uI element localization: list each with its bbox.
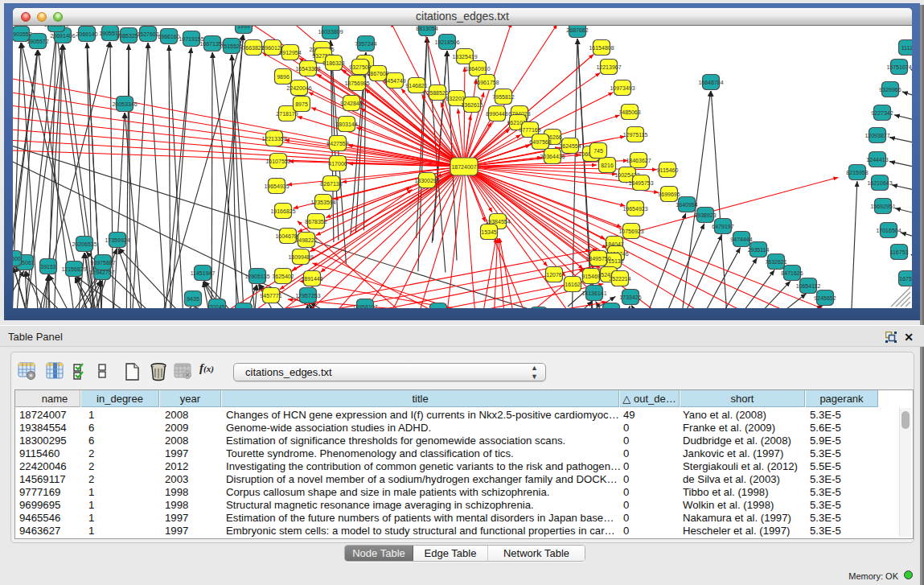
svg-text:20245: 20245 xyxy=(209,304,225,309)
svg-text:19654935: 19654935 xyxy=(264,183,289,189)
svg-text:15692951: 15692951 xyxy=(870,204,895,209)
svg-text:18495750: 18495750 xyxy=(585,256,610,262)
svg-text:417006: 417006 xyxy=(328,161,347,167)
svg-text:6497568: 6497568 xyxy=(529,139,551,145)
svg-text:2522214: 2522214 xyxy=(609,276,630,282)
svg-text:6966160: 6966160 xyxy=(158,34,179,39)
svg-text:16033809: 16033809 xyxy=(318,29,343,35)
svg-text:16210643: 16210643 xyxy=(867,180,892,186)
svg-text:915469: 915469 xyxy=(581,274,600,279)
svg-text:16154808: 16154808 xyxy=(589,45,614,51)
svg-text:18495753: 18495753 xyxy=(628,180,653,186)
svg-text:9329966: 9329966 xyxy=(879,87,901,93)
svg-text:20206535: 20206535 xyxy=(72,241,97,247)
svg-text:106: 106 xyxy=(239,308,248,309)
svg-text:19384554: 19384554 xyxy=(485,219,510,225)
svg-text:2588520: 2588520 xyxy=(426,90,448,96)
svg-text:10654112: 10654112 xyxy=(796,283,821,289)
svg-text:8990448: 8990448 xyxy=(486,111,507,117)
svg-text:12213359: 12213359 xyxy=(261,136,286,142)
svg-text:12353594: 12353594 xyxy=(310,200,335,205)
svg-text:16053809: 16053809 xyxy=(43,26,68,27)
svg-text:93975887: 93975887 xyxy=(90,260,115,266)
svg-text:9242848: 9242848 xyxy=(340,101,362,106)
svg-text:2867608: 2867608 xyxy=(367,71,388,76)
svg-text:3498222: 3498222 xyxy=(295,237,317,243)
svg-text:9245652: 9245652 xyxy=(814,295,836,301)
svg-text:1362615: 1362615 xyxy=(461,102,483,108)
svg-text:16782759: 16782759 xyxy=(425,308,450,309)
svg-text:12905135: 12905135 xyxy=(244,274,269,279)
svg-text:745: 745 xyxy=(593,148,603,154)
svg-text:15345: 15345 xyxy=(481,229,497,235)
svg-text:11451947: 11451947 xyxy=(191,270,216,276)
svg-text:19654923: 19654923 xyxy=(622,206,647,212)
svg-text:116753: 116753 xyxy=(890,249,909,255)
svg-text:16162: 16162 xyxy=(565,282,581,287)
svg-text:16648784: 16648784 xyxy=(698,80,723,85)
svg-text:6479197: 6479197 xyxy=(712,224,733,229)
svg-text:22420046: 22420046 xyxy=(286,85,311,91)
svg-text:12093877: 12093877 xyxy=(864,133,889,138)
svg-text:7515526: 7515526 xyxy=(220,43,242,49)
svg-text:9896: 9896 xyxy=(277,74,290,80)
svg-text:17016504: 17016504 xyxy=(876,228,901,233)
svg-text:9227342: 9227342 xyxy=(871,110,893,116)
svg-text:8216: 8216 xyxy=(601,163,614,168)
svg-text:2069140: 2069140 xyxy=(76,31,97,37)
svg-text:8267130: 8267130 xyxy=(320,181,342,187)
svg-text:7357244: 7357244 xyxy=(355,41,376,47)
svg-text:8975: 8975 xyxy=(295,101,308,107)
svg-text:18756985: 18756985 xyxy=(344,80,369,86)
svg-text:2935114: 2935114 xyxy=(748,247,770,253)
svg-text:3624554: 3624554 xyxy=(559,143,581,149)
svg-text:1733426: 1733426 xyxy=(619,295,641,300)
svg-text:14958107: 14958107 xyxy=(352,304,377,309)
svg-text:1112: 1112 xyxy=(901,45,912,51)
svg-text:16107552: 16107552 xyxy=(265,159,290,164)
svg-text:16961758: 16961758 xyxy=(474,80,499,85)
svg-text:1903557: 1903557 xyxy=(13,31,32,37)
svg-text:1999: 1999 xyxy=(237,26,250,29)
svg-text:17957253: 17957253 xyxy=(295,293,320,299)
svg-text:9457771: 9457771 xyxy=(260,293,281,299)
svg-text:9327508: 9327508 xyxy=(349,64,371,70)
svg-text:1891446: 1891446 xyxy=(301,276,322,282)
svg-text:8454749: 8454749 xyxy=(384,78,405,84)
svg-text:7955812: 7955812 xyxy=(492,94,514,100)
svg-text:8215958: 8215958 xyxy=(846,170,868,175)
svg-text:18463627: 18463627 xyxy=(626,158,651,163)
svg-text:9115460: 9115460 xyxy=(657,167,679,173)
svg-text:16757: 16757 xyxy=(899,276,912,282)
svg-text:20691406: 20691406 xyxy=(50,33,75,39)
svg-text:8186328: 8186328 xyxy=(322,60,344,66)
svg-text:8678352: 8678352 xyxy=(305,219,326,225)
svg-text:12975115: 12975115 xyxy=(623,132,648,138)
svg-text:8912954: 8912954 xyxy=(279,50,301,56)
svg-text:17359924: 17359924 xyxy=(105,237,129,243)
svg-text:2718179: 2718179 xyxy=(276,111,298,117)
svg-text:12076: 12076 xyxy=(546,272,562,278)
svg-text:18500: 18500 xyxy=(13,256,21,262)
svg-text:1640954: 1640954 xyxy=(676,202,697,208)
svg-text:15751074: 15751074 xyxy=(886,64,911,70)
svg-text:1527602: 1527602 xyxy=(137,31,158,37)
svg-text:19218506: 19218506 xyxy=(434,39,459,45)
svg-text:1244413: 1244413 xyxy=(866,157,888,163)
svg-text:8471626: 8471626 xyxy=(781,270,803,276)
svg-text:12213967: 12213967 xyxy=(596,64,621,70)
svg-text:18724007: 18724007 xyxy=(451,164,476,170)
svg-text:1905572: 1905572 xyxy=(27,39,48,44)
svg-text:9777169: 9777169 xyxy=(519,127,540,133)
svg-text:10973493: 10973493 xyxy=(610,85,634,91)
svg-text:18300295: 18300295 xyxy=(414,178,439,183)
svg-text:14136141: 14136141 xyxy=(581,290,606,296)
svg-text:7485063: 7485063 xyxy=(618,109,640,115)
svg-text:9435: 9435 xyxy=(187,296,199,302)
svg-text:9474444: 9474444 xyxy=(730,237,752,242)
svg-text:8813054: 8813054 xyxy=(416,26,437,31)
svg-text:7625402: 7625402 xyxy=(272,274,294,279)
svg-text:10756923: 10756923 xyxy=(618,229,643,234)
svg-text:12156829: 12156829 xyxy=(61,266,86,272)
svg-text:16543362: 16543362 xyxy=(295,66,320,72)
